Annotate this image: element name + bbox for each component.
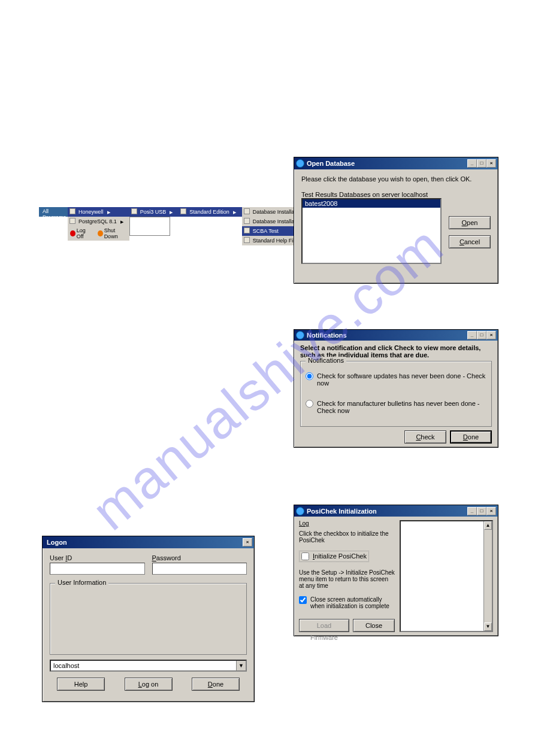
close-button[interactable]: × xyxy=(486,507,496,515)
close-button[interactable]: × xyxy=(486,159,496,168)
app-icon xyxy=(296,159,304,168)
logoff-button[interactable]: Log Off xyxy=(70,227,92,239)
password-label: Password xyxy=(152,554,247,561)
db-item-batest2008[interactable]: batest2008 xyxy=(303,199,440,208)
shutdown-button[interactable]: Shut Down xyxy=(98,227,127,239)
close-dialog-button[interactable]: Close xyxy=(353,619,395,632)
user-id-field[interactable] xyxy=(50,563,145,575)
posichek-init-dialog: PosiChek Initialization _ □ × Log Click … xyxy=(294,505,498,636)
maximize-button[interactable]: □ xyxy=(477,331,486,339)
minimize-button[interactable]: _ xyxy=(467,331,477,339)
title-open-database: Open Database xyxy=(307,160,467,167)
app-icon xyxy=(296,331,304,339)
open-button[interactable]: Open xyxy=(449,216,491,229)
close-button[interactable]: × xyxy=(243,538,252,546)
logon-button[interactable]: Log on xyxy=(125,678,173,691)
radio-label-2: Check for manufacturer bulletins has nev… xyxy=(317,400,486,414)
title-posichek-init: PosiChek Initialization xyxy=(307,508,467,515)
instruction-2: Use the Setup -> Initialize PosiChek men… xyxy=(299,569,395,589)
init-checkbox[interactable] xyxy=(301,552,309,560)
menu-posi3usb[interactable]: Posi3 USB xyxy=(129,207,179,217)
chevron-down-icon[interactable]: ▼ xyxy=(236,661,246,670)
load-firmware-button: Load Firmware xyxy=(299,619,349,632)
radio-manufacturer-bulletins[interactable]: Check for manufacturer bulletins has nev… xyxy=(306,400,486,414)
group-label: Notifications xyxy=(306,357,346,364)
user-info-group: User Information xyxy=(55,579,108,586)
instruction-1: Click the checkbox to initialize the Pos… xyxy=(299,530,395,544)
logon-dialog: Logon × User ID Password User Informatio… xyxy=(42,536,255,702)
password-field[interactable] xyxy=(152,563,247,575)
instruction-text: Please click the database you wish to op… xyxy=(301,175,491,183)
init-label: Initialize PosiChek xyxy=(313,552,367,560)
cancel-button[interactable]: Cancel xyxy=(449,235,491,248)
app-icon xyxy=(296,507,304,515)
minimize-button[interactable]: _ xyxy=(467,507,477,515)
notifications-dialog: Notifications _ □ × Select a notificatio… xyxy=(294,329,498,448)
log-panel[interactable]: ▲ ▼ xyxy=(400,520,493,632)
scroll-up-icon[interactable]: ▲ xyxy=(484,521,492,530)
check-button[interactable]: Check xyxy=(404,430,446,444)
scroll-down-icon[interactable]: ▼ xyxy=(484,623,492,631)
menu-postgresql[interactable]: PostgreSQL 8.1 xyxy=(68,217,129,226)
list-label: Test Results Databases on server localho… xyxy=(301,191,491,198)
database-listbox[interactable]: batest2008 xyxy=(301,198,442,264)
server-dropdown[interactable]: localhost ▼ xyxy=(50,660,247,672)
init-posichek-check[interactable]: Initialize PosiChek xyxy=(299,551,369,562)
help-button[interactable]: Help xyxy=(57,678,105,691)
maximize-button[interactable]: □ xyxy=(477,507,486,515)
server-value: localhost xyxy=(51,661,236,670)
scrollbar[interactable]: ▲ ▼ xyxy=(483,521,492,631)
auto-close-checkbox[interactable] xyxy=(299,596,307,604)
auto-close-check[interactable]: Close screen automatically when initiali… xyxy=(299,596,395,609)
user-id-label: User ID xyxy=(50,554,145,561)
menu-standard-edition[interactable]: Standard Edition xyxy=(179,207,242,217)
title-notifications: Notifications xyxy=(307,332,467,339)
radio-label-1: Check for software updates has never bee… xyxy=(317,372,486,387)
all-programs-button[interactable]: All Programs xyxy=(39,207,68,217)
done-button[interactable]: Done xyxy=(192,678,240,691)
minimize-button[interactable]: _ xyxy=(467,159,477,168)
open-database-dialog: Open Database _ □ × Please click the dat… xyxy=(294,157,498,284)
radio-software-updates[interactable]: Check for software updates has never bee… xyxy=(306,372,486,387)
menu-honeywell[interactable]: Honeywell xyxy=(68,207,129,217)
log-link[interactable]: Log xyxy=(299,520,395,527)
done-button[interactable]: Done xyxy=(450,430,492,444)
radio-input-1[interactable] xyxy=(306,372,313,380)
maximize-button[interactable]: □ xyxy=(477,159,486,168)
radio-input-2[interactable] xyxy=(306,400,313,408)
title-logon: Logon xyxy=(44,539,243,546)
auto-close-label: Close screen automatically when initiali… xyxy=(310,596,395,609)
close-button[interactable]: × xyxy=(486,331,496,339)
